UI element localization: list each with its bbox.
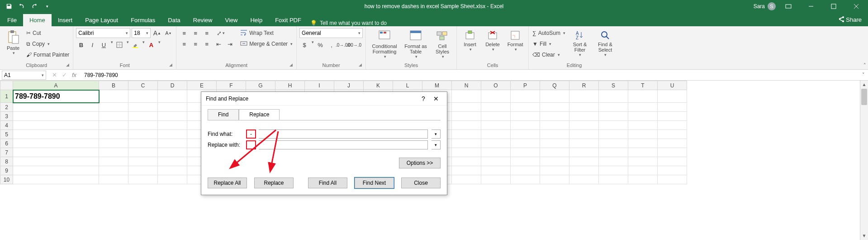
wrap-text-button[interactable]: Wrap Text <box>239 28 294 38</box>
alignment-launcher-icon[interactable]: ◢ <box>289 62 293 67</box>
increase-decimal-icon[interactable]: .0→.00 <box>338 40 348 50</box>
cell-N1[interactable] <box>452 90 481 103</box>
number-launcher-icon[interactable]: ◢ <box>359 62 362 67</box>
cell-A8[interactable] <box>13 157 99 166</box>
cell-R8[interactable] <box>569 157 599 166</box>
cell-P7[interactable] <box>511 148 540 157</box>
cell-C1[interactable] <box>128 90 158 103</box>
col-header-I[interactable]: I <box>305 81 334 90</box>
col-header-H[interactable]: H <box>275 81 305 90</box>
col-header-F[interactable]: F <box>217 81 246 90</box>
tab-replace-dialog[interactable]: Replace <box>239 109 280 120</box>
cell-N8[interactable] <box>452 157 481 166</box>
cell-S2[interactable] <box>599 103 628 112</box>
cell-R5[interactable] <box>569 130 599 139</box>
cell-S6[interactable] <box>599 139 628 148</box>
cell-T6[interactable] <box>628 139 658 148</box>
cell-O5[interactable] <box>481 130 511 139</box>
cell-B5[interactable] <box>99 130 128 139</box>
align-left-icon[interactable]: ≡ <box>179 39 189 49</box>
user-avatar[interactable]: S <box>768 2 776 10</box>
paste-button[interactable]: Paste ▾ <box>3 28 24 55</box>
insert-cells-button[interactable]: Insert▾ <box>460 28 480 52</box>
cell-R4[interactable] <box>569 121 599 130</box>
font-size-combo[interactable]: 18▾ <box>132 28 151 38</box>
cell-P4[interactable] <box>511 121 540 130</box>
cell-N5[interactable] <box>452 130 481 139</box>
cell-S1[interactable] <box>599 90 628 103</box>
save-icon[interactable] <box>4 1 14 12</box>
cell-P6[interactable] <box>511 139 540 148</box>
minimize-icon[interactable] <box>801 0 821 13</box>
cell-U5[interactable] <box>658 130 687 139</box>
borders-dd[interactable]: ▾ <box>127 40 129 50</box>
cell-A7[interactable] <box>13 148 99 157</box>
cell-A2[interactable] <box>13 103 99 112</box>
cell-D10[interactable] <box>158 175 187 184</box>
cell-T4[interactable] <box>628 121 658 130</box>
row-header-10[interactable]: 10 <box>0 175 13 184</box>
row-header-2[interactable]: 2 <box>0 103 13 112</box>
replace-with-input-rest[interactable] <box>259 140 428 149</box>
col-header-L[interactable]: L <box>393 81 422 90</box>
cell-S10[interactable] <box>599 175 628 184</box>
cell-Q1[interactable] <box>540 90 569 103</box>
cell-T5[interactable] <box>628 130 658 139</box>
cell-O4[interactable] <box>481 121 511 130</box>
cell-S3[interactable] <box>599 112 628 121</box>
cell-C7[interactable] <box>128 148 158 157</box>
vertical-scrollbar[interactable]: ▲ ▼ <box>860 81 868 240</box>
delete-cells-button[interactable]: Delete▾ <box>482 28 503 52</box>
font-color-button[interactable]: A <box>146 40 156 50</box>
cell-R3[interactable] <box>569 112 599 121</box>
accounting-dd[interactable]: ▾ <box>312 40 314 50</box>
col-header-C[interactable]: C <box>128 81 158 90</box>
user-name[interactable]: Sara <box>754 3 765 10</box>
underline-button[interactable]: U <box>99 40 109 50</box>
cell-P2[interactable] <box>511 103 540 112</box>
cell-Q4[interactable] <box>540 121 569 130</box>
cell-O1[interactable] <box>481 90 511 103</box>
cell-U1[interactable] <box>658 90 687 103</box>
cell-C3[interactable] <box>128 112 158 121</box>
tab-home[interactable]: Home <box>23 14 52 26</box>
find-select-button[interactable]: Find & Select▾ <box>593 28 617 57</box>
cell-C9[interactable] <box>128 166 158 175</box>
italic-button[interactable]: I <box>87 40 97 50</box>
maximize-icon[interactable] <box>824 0 844 13</box>
formula-input[interactable]: 789-789-7890 <box>82 71 857 80</box>
fill-color-button[interactable] <box>130 40 140 50</box>
cell-O7[interactable] <box>481 148 511 157</box>
cell-A5[interactable] <box>13 130 99 139</box>
tab-view[interactable]: View <box>218 14 244 26</box>
cell-O6[interactable] <box>481 139 511 148</box>
cell-Q6[interactable] <box>540 139 569 148</box>
cell-D1[interactable] <box>158 90 187 103</box>
fill-button[interactable]: ▼Fill▾ <box>531 39 566 49</box>
col-header-G[interactable]: G <box>246 81 275 90</box>
undo-icon[interactable] <box>16 1 27 12</box>
cell-U2[interactable] <box>658 103 687 112</box>
align-top-icon[interactable]: ≡ <box>179 28 189 38</box>
col-header-R[interactable]: R <box>569 81 599 90</box>
cell-P9[interactable] <box>511 166 540 175</box>
cell-T9[interactable] <box>628 166 658 175</box>
row-header-9[interactable]: 9 <box>0 166 13 175</box>
cell-N10[interactable] <box>452 175 481 184</box>
font-color-dd[interactable]: ▾ <box>158 40 161 50</box>
select-all-corner[interactable] <box>0 81 13 90</box>
cell-R1[interactable] <box>569 90 599 103</box>
cell-B6[interactable] <box>99 139 128 148</box>
cell-D6[interactable] <box>158 139 187 148</box>
col-header-O[interactable]: O <box>481 81 511 90</box>
merge-center-button[interactable]: Merge & Center▾ <box>239 39 294 49</box>
sort-filter-button[interactable]: AZSort & Filter▾ <box>568 28 592 57</box>
row-header-7[interactable]: 7 <box>0 148 13 157</box>
cell-D9[interactable] <box>158 166 187 175</box>
cell-B2[interactable] <box>99 103 128 112</box>
cell-U8[interactable] <box>658 157 687 166</box>
font-launcher-icon[interactable]: ◢ <box>169 62 172 67</box>
accounting-format-icon[interactable]: $ <box>299 40 309 50</box>
col-header-T[interactable]: T <box>628 81 658 90</box>
redo-icon[interactable] <box>29 1 40 12</box>
